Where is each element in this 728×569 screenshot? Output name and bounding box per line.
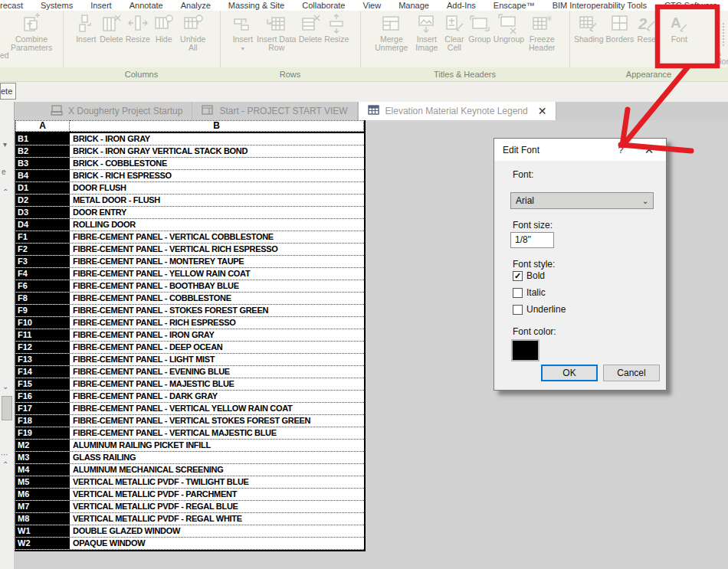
keynote-description-cell[interactable]: FIBRE-CEMENT PANEL - COBBLESTONE — [70, 293, 364, 304]
keynote-description-cell[interactable]: FIBRE-CEMENT PANEL - VERTICAL MAJESTIC B… — [70, 427, 364, 439]
align-horizontal-button-cutoff[interactable]: A Hor — [716, 49, 728, 66]
keynote-code-cell[interactable]: B3 — [15, 158, 70, 169]
keynote-description-cell[interactable]: FIBRE-CEMENT PANEL - VERTICAL COBBLESTON… — [70, 231, 364, 243]
font-button[interactable]: A Font — [667, 13, 690, 44]
keynote-code-cell[interactable]: F11 — [15, 329, 70, 341]
merge-unmerge-button[interactable]: Merge Unmerge — [372, 13, 411, 52]
shading-button[interactable]: Shading — [574, 13, 604, 44]
ribbon-tab[interactable]: BIM Interoperability Tools — [553, 1, 647, 10]
hide-column-button[interactable]: Hide — [152, 13, 175, 44]
keynote-code-cell[interactable]: B1 — [15, 133, 70, 145]
keynote-description-cell[interactable]: FIBRE-CEMENT PANEL - LIGHT MIST — [70, 354, 364, 365]
keynote-description-cell[interactable]: VERTICAL METALLIC PVDF - PARCHMENT — [70, 489, 364, 500]
chevron-up-icon-2[interactable]: ⌃ — [2, 460, 8, 469]
keynote-code-cell[interactable]: F8 — [15, 293, 70, 304]
keynote-description-cell[interactable]: FIBRE-CEMENT PANEL - VERTICAL YELLOW RAI… — [70, 403, 364, 414]
keynote-description-cell[interactable]: ALUMINUM MECHANICAL SCREENING — [70, 464, 364, 476]
keynote-code-cell[interactable]: F10 — [15, 317, 70, 329]
keynote-code-cell[interactable]: F1 — [15, 231, 70, 243]
ribbon-tab[interactable]: Annotate — [130, 1, 163, 10]
caret-down-icon[interactable]: ▾ — [3, 140, 7, 149]
resize-column-button[interactable]: Resize — [126, 13, 150, 44]
keynote-description-cell[interactable]: FIBRE-CEMENT PANEL - VERTICAL RICH ESPRE… — [70, 244, 364, 255]
keynote-code-cell[interactable]: M6 — [15, 489, 70, 500]
font-family-select[interactable]: Arial ⌄ — [510, 192, 654, 209]
ungroup-button[interactable]: Ungroup — [494, 13, 524, 44]
delete-column-button[interactable]: Delete — [100, 13, 123, 44]
ribbon-tab[interactable]: Add-Ins — [447, 1, 476, 10]
column-a-header[interactable]: A — [15, 120, 70, 132]
keynote-code-cell[interactable]: F19 — [15, 427, 70, 439]
keynote-description-cell[interactable]: BRICK - COBBLESTONE — [70, 158, 364, 169]
ribbon-tab[interactable]: recast — [0, 1, 23, 10]
combine-parameters-button[interactable]: Combine Parameters — [11, 13, 52, 52]
font-color-swatch[interactable] — [511, 339, 539, 361]
group-button[interactable]: Group — [468, 13, 491, 44]
ribbon-tab[interactable]: Massing & Site — [228, 1, 284, 10]
keynote-code-cell[interactable]: W1 — [15, 525, 70, 537]
chevron-down-icon[interactable]: ⌄ — [2, 382, 8, 391]
keynote-code-cell[interactable]: W2 — [15, 538, 70, 549]
underline-checkbox[interactable] — [513, 305, 523, 315]
keynote-code-cell[interactable]: F9 — [15, 305, 70, 316]
resize-row-button[interactable]: Resize — [324, 13, 349, 44]
keynote-code-cell[interactable]: F17 — [15, 403, 70, 414]
ribbon-tab[interactable]: Systems — [41, 1, 73, 10]
keynote-description-cell[interactable]: FIBRE-CEMENT PANEL - YELLOW RAIN COAT — [70, 268, 364, 280]
keynote-description-cell[interactable]: BRICK - IRON GRAY — [70, 133, 364, 145]
keynote-code-cell[interactable]: M2 — [15, 440, 70, 451]
keynote-code-cell[interactable]: F15 — [15, 378, 70, 390]
cancel-button[interactable]: Cancel — [603, 365, 660, 381]
keynote-description-cell[interactable]: VERTICAL METALLIC PVDF - TWILIGHT BLUE — [70, 476, 364, 488]
view-tab-start[interactable]: Start - PROJECT START VIEW — [192, 102, 357, 120]
clear-cell-button[interactable]: Clear Cell — [443, 13, 466, 52]
italic-checkbox[interactable] — [513, 288, 523, 298]
ribbon-tab[interactable]: View — [363, 1, 382, 10]
keynote-description-cell[interactable]: FIBRE-CEMENT PANEL - IRON GRAY — [70, 329, 364, 341]
keynote-code-cell[interactable]: F4 — [15, 268, 70, 280]
keynote-code-cell[interactable]: M8 — [15, 513, 70, 525]
keynote-description-cell[interactable]: ALUMINUM RAILING PICKET INFILL — [70, 440, 364, 451]
keynote-code-cell[interactable]: F14 — [15, 366, 70, 378]
ribbon-tab[interactable]: Analyze — [181, 1, 211, 10]
insert-image-button[interactable]: Insert Image — [413, 13, 441, 52]
column-b-header[interactable]: B — [70, 120, 364, 132]
insert-column-button[interactable]: Insert — [74, 13, 97, 44]
keynote-code-cell[interactable]: M3 — [15, 452, 70, 463]
keynote-description-cell[interactable]: VERTICAL METALLIC PVDF - REGAL WHITE — [70, 513, 364, 525]
keynote-code-cell[interactable]: B2 — [15, 146, 70, 157]
keynote-description-cell[interactable]: BRICK - RICH ESPRESSO — [70, 170, 364, 181]
keynote-code-cell[interactable]: F2 — [15, 244, 70, 255]
view-tab-legend-active[interactable]: Elevation Material Keynote Legend ✕ — [358, 102, 557, 120]
keynote-description-cell[interactable]: FIBRE-CEMENT PANEL - BOOTHBAY BLUE — [70, 280, 364, 292]
keynote-code-cell[interactable]: D4 — [15, 219, 70, 231]
keynote-description-cell[interactable]: FIBRE-CEMENT PANEL - EVENING BLUE — [70, 366, 364, 378]
keynote-description-cell[interactable]: OPAQUE WINDOW — [70, 538, 364, 549]
reset-button[interactable]: 2 Reset — [636, 13, 659, 44]
insert-row-dropdown-arrow[interactable]: ▼ — [240, 44, 245, 53]
ok-button[interactable]: OK — [541, 365, 598, 381]
keynote-description-cell[interactable]: FIBRE-CEMENT PANEL - MAJESTIC BLUE — [70, 378, 364, 390]
bold-checkbox[interactable]: ✓ — [513, 271, 523, 281]
keynote-description-cell[interactable]: METAL DOOR - FLUSH — [70, 195, 364, 206]
ribbon-tab[interactable]: CTC Software — [664, 1, 717, 10]
keynote-description-cell[interactable]: FIBRE-CEMENT PANEL - VERTICAL STOKES FOR… — [70, 415, 364, 427]
keynote-description-cell[interactable]: VERTICAL METALLIC PVDF - REGAL BLUE — [70, 501, 364, 512]
insert-row-button[interactable]: Insert ▼ — [231, 13, 254, 53]
ribbon-tab[interactable]: Manage — [398, 1, 429, 10]
ribbon-tab[interactable]: Collaborate — [302, 1, 345, 10]
keynote-code-cell[interactable]: M5 — [15, 476, 70, 488]
ribbon-tab[interactable]: Enscape™ — [494, 1, 535, 10]
calculated-button-cutoff[interactable]: ed — [0, 51, 9, 60]
keynote-code-cell[interactable]: F16 — [15, 391, 70, 402]
help-icon[interactable]: ? — [609, 144, 632, 155]
insert-data-row-button[interactable]: Insert Data Row — [257, 13, 297, 52]
keynote-code-cell[interactable]: F18 — [15, 415, 70, 427]
keynote-code-cell[interactable]: D2 — [15, 195, 70, 206]
cutoff-delete-button[interactable]: ete — [0, 83, 16, 100]
dialog-title-bar[interactable]: Edit Font ? ✕ — [494, 139, 666, 161]
keynote-code-cell[interactable]: F12 — [15, 342, 70, 353]
keynote-description-cell[interactable]: FIBRE-CEMENT PANEL - RICH ESPRESSO — [70, 317, 364, 329]
freeze-header-button[interactable]: ✳ Freeze Header — [526, 13, 557, 52]
keynote-description-cell[interactable]: FIBRE-CEMENT PANEL - DARK GRAY — [70, 391, 364, 402]
